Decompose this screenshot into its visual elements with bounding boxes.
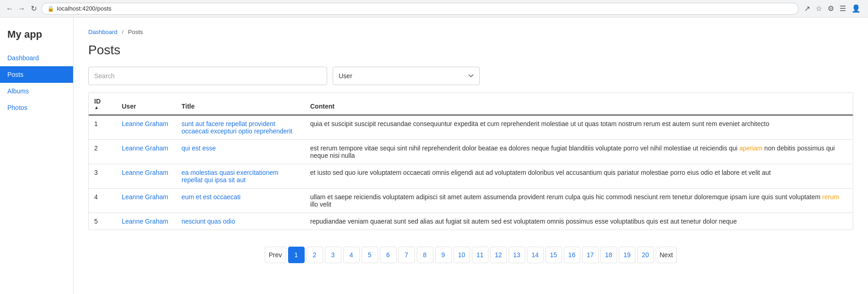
page-button-17[interactable]: 17	[582, 247, 599, 263]
table-row: 4 Leanne Graham eum et est occaecati ull…	[89, 189, 853, 213]
breadcrumb: Dashboard / Posts	[88, 29, 853, 35]
title-link[interactable]: sunt aut facere repellat provident occae…	[182, 120, 292, 135]
filters-row: User Leanne Graham Ervin Howell Clementi…	[88, 67, 853, 85]
page-button-18[interactable]: 18	[601, 247, 617, 263]
cell-user: Leanne Graham	[116, 164, 176, 189]
posts-table: ID ▲ User Title Content 1 Leanne Graham …	[89, 93, 853, 230]
user-link[interactable]: Leanne Graham	[122, 193, 168, 201]
search-input[interactable]	[88, 67, 327, 85]
page-button-8[interactable]: 8	[417, 247, 433, 263]
prev-button[interactable]: Prev	[265, 247, 286, 263]
browser-chrome: ← → ↻ 🔒 localhost:4200/posts ↗ ☆ ⚙ ☰ 👤	[0, 0, 868, 17]
page-button-12[interactable]: 12	[490, 247, 507, 263]
menu-icon[interactable]: ☰	[838, 3, 848, 14]
col-header-content: Content	[305, 93, 853, 115]
cell-title: qui est esse	[176, 140, 305, 164]
table-header-row: ID ▲ User Title Content	[89, 93, 853, 115]
page-button-14[interactable]: 14	[527, 247, 544, 263]
sidebar: My app Dashboard Posts Albums Photos	[0, 17, 74, 294]
url-text: localhost:4200/posts	[57, 5, 112, 12]
page-button-3[interactable]: 3	[325, 247, 341, 263]
share-icon[interactable]: ↗	[802, 3, 812, 14]
page-button-6[interactable]: 6	[380, 247, 397, 263]
cell-content: repudiandae veniam quaerat sunt sed alia…	[305, 213, 853, 230]
col-id-label: ID	[94, 98, 111, 105]
title-link[interactable]: nesciunt quas odio	[182, 218, 235, 225]
cell-id: 5	[89, 213, 116, 230]
back-button[interactable]: ←	[6, 5, 14, 13]
extensions-icon[interactable]: ⚙	[826, 3, 836, 14]
app-title: My app	[0, 25, 73, 50]
table-row: 3 Leanne Graham ea molestias quasi exerc…	[89, 164, 853, 189]
page-button-20[interactable]: 20	[637, 247, 654, 263]
page-button-19[interactable]: 19	[619, 247, 635, 263]
cell-id: 2	[89, 140, 116, 164]
cell-user: Leanne Graham	[116, 115, 176, 140]
col-header-id[interactable]: ID ▲	[89, 93, 116, 115]
forward-button[interactable]: →	[17, 5, 26, 13]
breadcrumb-current: Posts	[128, 29, 143, 35]
page-button-16[interactable]: 16	[564, 247, 580, 263]
col-header-title: Title	[176, 93, 305, 115]
page-button-1[interactable]: 1	[288, 247, 305, 263]
sort-arrow-icon: ▲	[94, 105, 111, 110]
main-content: Dashboard / Posts Posts User Leanne Grah…	[74, 17, 868, 294]
page-button-10[interactable]: 10	[454, 247, 470, 263]
next-button[interactable]: Next	[656, 247, 677, 263]
page-button-11[interactable]: 11	[472, 247, 488, 263]
table-body: 1 Leanne Graham sunt aut facere repellat…	[89, 115, 853, 230]
page-button-9[interactable]: 9	[435, 247, 452, 263]
cell-user: Leanne Graham	[116, 213, 176, 230]
cell-title: eum et est occaecati	[176, 189, 305, 213]
title-link[interactable]: ea molestias quasi exercitationem repell…	[182, 169, 278, 184]
user-filter-select[interactable]: User Leanne Graham Ervin Howell Clementi…	[333, 67, 480, 85]
sidebar-item-dashboard[interactable]: Dashboard	[0, 50, 73, 66]
posts-table-wrap: ID ▲ User Title Content 1 Leanne Graham …	[88, 92, 853, 230]
user-link[interactable]: Leanne Graham	[122, 218, 168, 225]
cell-title: nesciunt quas odio	[176, 213, 305, 230]
page-title: Posts	[88, 43, 853, 58]
user-link[interactable]: Leanne Graham	[122, 144, 168, 152]
table-row: 2 Leanne Graham qui est esse est rerum t…	[89, 140, 853, 164]
cell-id: 4	[89, 189, 116, 213]
page-button-13[interactable]: 13	[509, 247, 525, 263]
page-button-7[interactable]: 7	[398, 247, 415, 263]
breadcrumb-dashboard-link[interactable]: Dashboard	[88, 29, 118, 35]
cell-id: 1	[89, 115, 116, 140]
sidebar-item-albums[interactable]: Albums	[0, 83, 73, 99]
cell-user: Leanne Graham	[116, 189, 176, 213]
profile-icon[interactable]: 👤	[850, 3, 862, 14]
cell-content: quia et suscipit suscipit recusandae con…	[305, 115, 853, 140]
title-link[interactable]: qui est esse	[182, 144, 216, 152]
sidebar-item-photos[interactable]: Photos	[0, 99, 73, 116]
lock-icon: 🔒	[47, 6, 54, 12]
user-link[interactable]: Leanne Graham	[122, 120, 168, 127]
cell-title: ea molestias quasi exercitationem repell…	[176, 164, 305, 189]
cell-user: Leanne Graham	[116, 140, 176, 164]
cell-content: ullam et saepe reiciendis voluptatem adi…	[305, 189, 853, 213]
sidebar-item-posts[interactable]: Posts	[0, 66, 73, 83]
pagination: Prev 1 2 3 4 5 6 7 8 9 10 11 12 13 14 15…	[88, 241, 853, 269]
table-row: 5 Leanne Graham nesciunt quas odio repud…	[89, 213, 853, 230]
col-header-user: User	[116, 93, 176, 115]
browser-action-buttons: ↗ ☆ ⚙ ☰ 👤	[802, 3, 862, 14]
page-button-15[interactable]: 15	[545, 247, 562, 263]
cell-title: sunt aut facere repellat provident occae…	[176, 115, 305, 140]
star-icon[interactable]: ☆	[814, 3, 824, 14]
reload-button[interactable]: ↻	[29, 5, 38, 13]
table-row: 1 Leanne Graham sunt aut facere repellat…	[89, 115, 853, 140]
breadcrumb-separator: /	[122, 29, 124, 35]
app-layout: My app Dashboard Posts Albums Photos Das…	[0, 17, 868, 294]
title-link[interactable]: eum et est occaecati	[182, 193, 240, 201]
cell-id: 3	[89, 164, 116, 189]
page-button-5[interactable]: 5	[362, 247, 378, 263]
user-link[interactable]: Leanne Graham	[122, 169, 168, 176]
page-button-2[interactable]: 2	[306, 247, 323, 263]
cell-content: et iusto sed quo iure voluptatem occaeca…	[305, 164, 853, 189]
cell-content: est rerum tempore vitae sequi sint nihil…	[305, 140, 853, 164]
page-button-4[interactable]: 4	[343, 247, 360, 263]
address-bar[interactable]: 🔒 localhost:4200/posts	[41, 3, 799, 15]
